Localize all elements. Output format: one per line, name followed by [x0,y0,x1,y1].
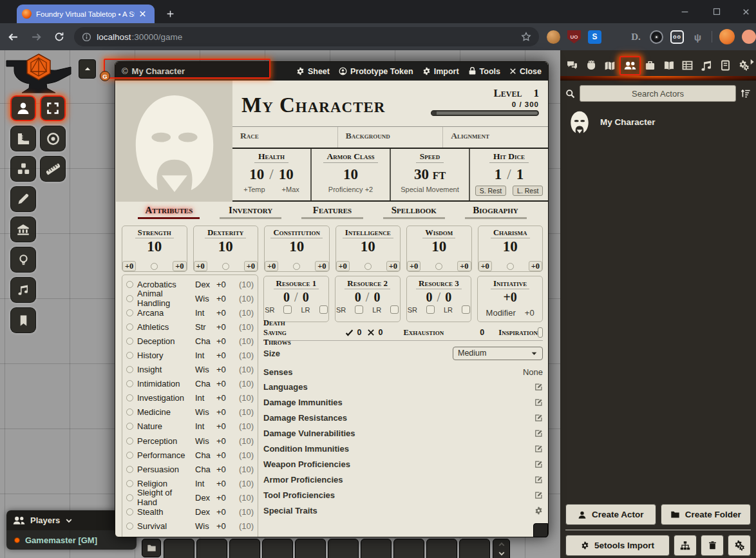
skill-proficiency-radio[interactable] [126,452,133,459]
skill-name[interactable]: Performance [137,450,191,460]
skill-row[interactable]: Survival Wis +0 (10) [126,519,254,534]
death-failure-count[interactable]: 0 [379,328,383,337]
ability-score[interactable]: 10 [218,238,233,255]
back-button[interactable] [4,27,23,46]
macro-slot[interactable] [426,539,457,558]
scene-control-button[interactable] [10,247,36,273]
sr-checkbox[interactable] [355,305,363,314]
scene-tool-button[interactable] [40,126,66,151]
skill-row[interactable]: Stealth Dex +0 (10) [126,505,254,519]
skill-proficiency-radio[interactable] [126,366,133,373]
save-proficiency-radio[interactable] [222,263,229,270]
exhaustion-value[interactable]: 0 [480,328,484,337]
trait-edit-icon[interactable] [534,445,543,453]
ability-mod[interactable]: +0 [122,261,136,271]
skill-row[interactable]: Perception Wis +0 (10) [126,434,254,448]
trait-edit-icon[interactable] [534,414,543,422]
sort-icon[interactable] [741,88,751,99]
initiative-box[interactable]: Initiative +0 Modifier +0 [477,276,543,322]
resource-value[interactable]: 0 [283,289,290,305]
xp-value[interactable]: 0 / 300 [512,101,539,108]
skill-name[interactable]: Deception [137,336,191,346]
hp-maxmod-label[interactable]: +Max [282,186,299,193]
search-input[interactable] [580,85,736,102]
controls-collapse-button[interactable] [79,59,96,79]
ac-value[interactable]: 10 [343,166,358,183]
trait-row[interactable]: Tool Proficiencies [263,487,543,503]
ability-save[interactable]: +0 [173,261,186,271]
ability-score[interactable]: 10 [361,238,375,255]
senses-row[interactable]: Senses None [263,365,543,379]
session-extension-icon[interactable]: S [588,30,601,44]
skill-proficiency-radio[interactable] [126,438,133,445]
trait-row[interactable]: Damage Vulnerabilities [263,425,543,441]
ability-box[interactable]: Dexterity 10 +0 +0 [193,226,259,272]
5etools-import-button[interactable]: 5etools Import [565,535,670,556]
skill-proficiency-radio[interactable] [126,309,133,316]
skill-proficiency-radio[interactable] [126,494,133,501]
skill-row[interactable]: Arcana Int +0 (10) [126,305,254,320]
skill-row[interactable]: History Int +0 (10) [126,348,254,362]
resource-value[interactable]: 0 [426,289,433,305]
skill-row[interactable]: Performance Cha +0 (10) [126,448,254,462]
resource-max[interactable]: 0 [445,289,451,305]
skill-proficiency-radio[interactable] [126,295,133,302]
skill-name[interactable]: Persuasion [137,465,191,474]
skill-row[interactable]: Investigation Int +0 (10) [126,391,254,405]
skill-proficiency-radio[interactable] [126,281,133,288]
trait-edit-icon[interactable] [534,398,543,407]
lr-checkbox[interactable] [319,305,328,314]
skill-proficiency-radio[interactable] [126,423,133,430]
ability-box[interactable]: Strength 10 +0 +0 [122,226,187,272]
skill-proficiency-radio[interactable] [126,323,133,331]
window-header-button[interactable]: Close [509,67,542,76]
skill-proficiency-radio[interactable] [126,352,133,359]
grid-extension-icon[interactable] [609,30,622,44]
special-movement-label[interactable]: Special Movement [401,186,459,193]
hotbar-page-buttons[interactable] [493,539,510,558]
forward-button[interactable] [27,27,46,46]
sr-checkbox[interactable] [426,305,435,314]
resource-max[interactable]: 0 [373,289,380,305]
skill-name[interactable]: Investigation [137,393,191,403]
ability-box[interactable]: Wisdom 10 +0 +0 [406,226,472,272]
sidebar-tab[interactable] [581,56,600,75]
trait-edit-icon[interactable] [534,460,543,468]
window-minimize-button[interactable] [675,4,694,19]
speed-value[interactable]: 30 ft [414,166,446,183]
initiative-value[interactable]: +0 [503,289,516,305]
armor-class-box[interactable]: Armor Class 10 Proficiency +2 [310,149,390,200]
window-resize-handle[interactable] [533,523,548,537]
address-bar[interactable]: localhost :30000/game [74,27,539,46]
skill-proficiency-radio[interactable] [126,380,133,387]
skill-name[interactable]: Animal Handling [137,289,191,308]
scene-control-button[interactable] [10,186,36,212]
trait-row[interactable]: Condition Immunities [263,441,543,456]
ability-mod[interactable]: +0 [194,261,207,271]
sheet-tab[interactable]: Biography [465,205,527,219]
skill-row[interactable]: Medicine Wis +0 (10) [126,405,254,419]
skill-proficiency-radio[interactable] [126,508,133,515]
skill-name[interactable]: Religion [137,479,191,488]
skill-row[interactable]: Intimidation Cha +0 (10) [126,377,254,391]
resource-max[interactable]: 0 [303,289,309,305]
trait-row[interactable]: Weapon Proficiencies [263,456,543,472]
sidebar-tab[interactable] [563,56,581,75]
ability-save[interactable]: +0 [529,261,542,271]
ability-mod[interactable]: +0 [336,261,350,271]
sidebar-tab[interactable] [697,56,715,75]
footer-tool-button[interactable] [728,535,751,556]
trait-row[interactable]: Damage Immunities [263,394,543,410]
trait-row[interactable]: Armor Proficiencies [263,472,543,487]
lr-checkbox[interactable] [390,305,399,314]
sheet-tab[interactable]: Inventory [220,205,281,219]
scene-control-button[interactable] [10,126,36,151]
skill-proficiency-radio[interactable] [126,409,133,416]
skill-name[interactable]: Athletics [137,322,191,332]
skill-row[interactable]: Sleight of Hand Dex +0 (10) [126,490,254,505]
hit-dice-box[interactable]: Hit Dice 1 / 1 S. Rest L. Rest [469,149,548,200]
sheet-tab[interactable]: Spellbook [383,205,445,219]
window-header-button[interactable]: Tools [468,67,500,76]
hd-value[interactable]: 1 [495,166,502,183]
skill-name[interactable]: Arcana [137,308,191,318]
